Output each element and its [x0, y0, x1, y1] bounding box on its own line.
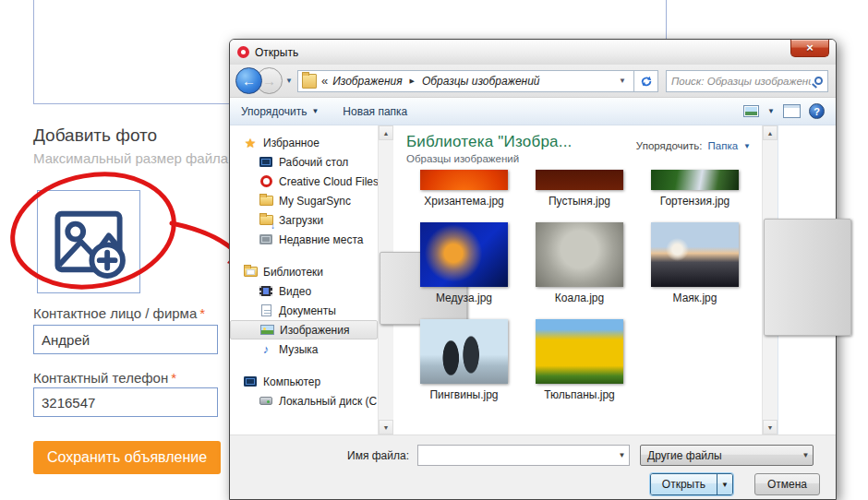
sidebar-item-downloads[interactable]: ↓ Загрузки — [230, 210, 378, 230]
file-list-pane: Библиотека "Изобра... Образцы изображени… — [393, 125, 762, 435]
file-item[interactable]: Маяк.jpg — [637, 222, 753, 304]
required-asterisk: * — [171, 370, 176, 386]
add-photo-heading: Добавить фото — [33, 125, 157, 146]
search-input[interactable] — [671, 76, 811, 87]
back-button[interactable]: ← — [235, 67, 262, 94]
views-icon[interactable] — [743, 105, 759, 117]
file-list-scrollbar[interactable]: ▲ ▼ — [762, 125, 778, 435]
refresh-icon — [640, 75, 653, 88]
file-type-select[interactable]: Другие файлы ▼ — [640, 445, 814, 466]
chevron-down-icon: ▼ — [311, 107, 319, 115]
scroll-up-icon[interactable]: ▲ — [379, 125, 393, 140]
library-header: Библиотека "Изобра... Образцы изображени… — [393, 125, 762, 166]
open-button[interactable]: Открыть — [651, 474, 717, 494]
file-item[interactable]: Медуза.jpg — [406, 222, 522, 304]
arrange-label: Упорядочить: — [636, 140, 703, 151]
sidebar-item-sugarsync[interactable]: My SugarSync — [230, 191, 378, 210]
computer-icon — [243, 375, 258, 389]
downloads-icon: ↓ — [259, 213, 273, 228]
save-listing-button[interactable]: Сохранить объявление — [33, 441, 221, 474]
star-icon: ★ — [243, 136, 258, 150]
arrange-value[interactable]: Папка — [708, 140, 739, 151]
sidebar-item-documents[interactable]: Документы — [230, 301, 378, 320]
thumbnail-penguins[interactable] — [420, 319, 508, 384]
refresh-button[interactable] — [634, 70, 658, 92]
pictures-icon — [259, 323, 274, 338]
sidebar-group-libraries[interactable]: Библиотеки — [230, 262, 378, 281]
open-split-button[interactable]: Открыть ▼ — [650, 473, 733, 495]
scrollbar-thumb[interactable] — [764, 219, 851, 336]
address-dropdown-icon[interactable]: ▼ — [615, 77, 630, 85]
filename-label: Имя файла: — [230, 449, 417, 462]
preview-pane-icon[interactable] — [783, 104, 801, 118]
sidebar-item-pictures[interactable]: Изображения — [230, 320, 378, 339]
help-icon[interactable]: ? — [809, 103, 825, 119]
sidebar-group-favorites[interactable]: ★ Избранное — [230, 133, 378, 152]
history-dropdown-icon[interactable]: ▼ — [285, 77, 293, 85]
filename-input[interactable] — [418, 446, 615, 465]
sidebar-scrollbar[interactable]: ▲ ▼ — [378, 125, 393, 435]
library-title: Библиотека "Изобра... — [406, 133, 573, 151]
open-file-dialog: Открыть × ← → ▼ « Изображения ▶ Образцы … — [229, 39, 837, 500]
file-item[interactable]: Хризантема.jpg — [406, 170, 522, 208]
thumbnail-hydrangea[interactable] — [651, 170, 739, 190]
desktop-icon — [259, 155, 273, 170]
photo-upload-dropzone[interactable] — [37, 190, 140, 293]
organize-menu[interactable]: Упорядочить▼ — [241, 105, 319, 118]
contact-name-label: Контактное лицо / фирма* — [33, 305, 205, 321]
video-icon — [259, 284, 273, 299]
file-item[interactable]: Гортензия.jpg — [637, 170, 753, 208]
document-icon — [259, 304, 273, 318]
search-icon — [814, 77, 823, 85]
creative-cloud-icon — [259, 174, 273, 189]
close-button[interactable]: × — [790, 40, 829, 57]
new-folder-button[interactable]: Новая папка — [343, 105, 407, 118]
file-item[interactable]: Коала.jpg — [522, 222, 637, 304]
contact-name-input[interactable] — [33, 325, 218, 354]
dialog-titlebar[interactable]: Открыть × — [230, 40, 836, 65]
sidebar-item-local-disk[interactable]: Локальный диск (C — [230, 391, 378, 411]
views-dropdown-icon[interactable]: ▼ — [767, 107, 775, 115]
sidebar-item-recent-places[interactable]: Недавние места — [230, 230, 378, 249]
filename-combobox[interactable]: ▼ — [417, 445, 630, 466]
add-image-icon — [50, 203, 127, 280]
file-item[interactable]: Пустыня.jpg — [522, 170, 637, 208]
dialog-body: ★ Избранное Рабочий стол Creative Cloud … — [230, 125, 836, 435]
cancel-button[interactable]: Отмена — [754, 473, 820, 495]
chevron-down-icon: ▼ — [799, 446, 813, 465]
chevron-down-icon[interactable]: ▼ — [615, 446, 629, 465]
thumbnail-jellyfish[interactable] — [420, 222, 508, 287]
open-dropdown-icon[interactable]: ▼ — [717, 474, 732, 494]
scroll-down-icon[interactable]: ▼ — [763, 420, 778, 435]
folder-icon — [259, 194, 273, 208]
max-file-size-note: Максимальный размер файла: 1 — [33, 150, 244, 166]
search-box[interactable] — [666, 70, 828, 92]
breadcrumb[interactable]: « Изображения ▶ Образцы изображений ▼ — [297, 70, 634, 92]
dialog-footer: Имя файла: ▼ Другие файлы ▼ Открыть ▼ От… — [230, 435, 836, 499]
file-item[interactable]: Пингвины.jpg — [406, 319, 522, 401]
breadcrumb-overflow-chevron[interactable]: « — [321, 74, 328, 88]
breadcrumb-item-pictures[interactable]: Изображения — [332, 75, 402, 88]
scroll-down-icon[interactable]: ▼ — [379, 420, 393, 435]
folder-icon — [302, 74, 317, 89]
contact-phone-input[interactable] — [33, 387, 218, 417]
opera-icon — [237, 46, 249, 58]
chevron-down-icon[interactable]: ▼ — [743, 142, 751, 150]
sidebar-item-music[interactable]: ♪ Музыка — [230, 339, 378, 359]
sidebar-item-desktop[interactable]: Рабочий стол — [230, 152, 378, 172]
thumbnail-koala[interactable] — [536, 222, 623, 287]
breadcrumb-item-sample-pictures[interactable]: Образцы изображений — [422, 75, 540, 88]
thumbnail-tulips[interactable] — [536, 319, 623, 384]
arrange-by-control: Упорядочить: Папка ▼ — [636, 140, 751, 151]
sidebar-item-creative-cloud[interactable]: Creative Cloud Files — [230, 172, 378, 191]
screen: Добавить фото Максимальный размер файла:… — [0, 0, 868, 500]
thumbnail-lighthouse[interactable] — [651, 222, 739, 287]
thumbnail-chrysanthemum[interactable] — [420, 170, 508, 190]
sidebar-item-video[interactable]: Видео — [230, 281, 378, 301]
file-item[interactable]: Тюльпаны.jpg — [522, 319, 637, 401]
command-bar: Упорядочить▼ Новая папка ▼ ? — [230, 98, 836, 125]
thumbnail-desert[interactable] — [536, 170, 623, 190]
sidebar-group-computer[interactable]: Компьютер — [230, 372, 378, 391]
required-asterisk: * — [199, 305, 205, 321]
scroll-up-icon[interactable]: ▲ — [763, 125, 778, 140]
